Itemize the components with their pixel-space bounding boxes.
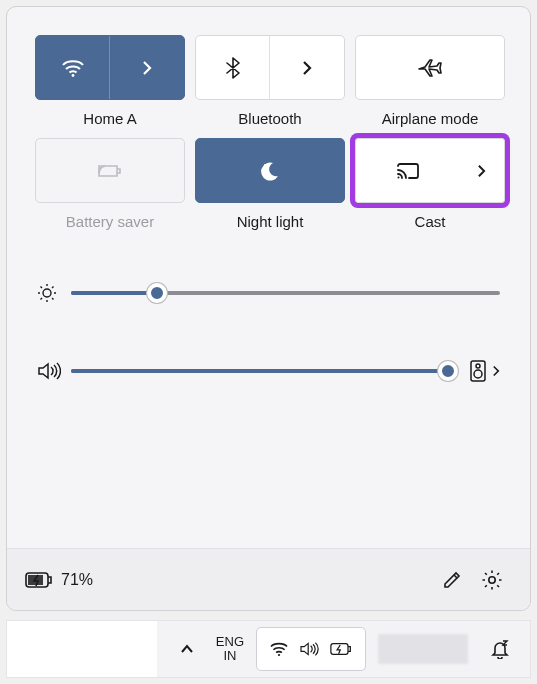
tray-blurred-area	[368, 627, 478, 671]
battery-icon	[329, 642, 353, 656]
audio-expand[interactable]	[492, 365, 500, 377]
wifi-label: Home A	[35, 104, 185, 127]
lang-line1: ENG	[216, 635, 244, 649]
wifi-expand[interactable]	[110, 36, 184, 99]
airplane-label: Airplane mode	[355, 104, 505, 127]
pencil-icon	[442, 570, 462, 590]
edit-button[interactable]	[432, 560, 472, 600]
wifi-tile[interactable]	[35, 35, 185, 100]
battery-percent-text: 71%	[61, 571, 93, 589]
chevron-right-icon	[302, 60, 312, 76]
wifi-toggle[interactable]	[36, 36, 110, 99]
volume-icon	[299, 641, 319, 657]
svg-point-3	[397, 176, 399, 178]
gear-icon	[481, 569, 503, 591]
night-light-icon	[259, 160, 281, 182]
bluetooth-expand[interactable]	[270, 36, 344, 99]
slider-thumb[interactable]	[438, 361, 458, 381]
bell-snooze-icon	[490, 639, 510, 659]
svg-point-1	[264, 164, 266, 166]
audio-output-button[interactable]	[470, 360, 486, 382]
slider-fill	[71, 369, 448, 373]
svg-point-2	[261, 169, 263, 171]
settings-button[interactable]	[472, 560, 512, 600]
taskbar: ENG IN	[6, 620, 531, 678]
speaker-device-icon	[470, 360, 486, 382]
slider-thumb[interactable]	[147, 283, 167, 303]
bluetooth-tile[interactable]	[195, 35, 345, 100]
wifi-icon	[61, 58, 85, 78]
sliders-section	[7, 237, 530, 401]
brightness-slider[interactable]	[71, 283, 500, 303]
cast-icon	[396, 162, 420, 180]
svg-point-11	[489, 576, 495, 582]
cast-expand[interactable]	[460, 139, 504, 202]
battery-charging-icon	[25, 571, 53, 589]
battery-saver-tile	[35, 138, 185, 203]
chevron-right-icon	[142, 60, 152, 76]
brightness-row	[37, 263, 500, 323]
svg-point-4	[43, 289, 51, 297]
chevron-up-icon	[180, 644, 194, 654]
chevron-right-icon	[477, 164, 486, 178]
airplane-icon	[417, 57, 443, 79]
chevron-right-icon	[492, 365, 500, 377]
volume-icon	[37, 361, 61, 381]
lang-line2: IN	[223, 649, 236, 663]
battery-status[interactable]: 71%	[25, 571, 93, 589]
wifi-icon	[269, 641, 289, 657]
battery-saver-label: Battery saver	[35, 207, 185, 230]
cast-label: Cast	[355, 207, 505, 230]
language-indicator[interactable]: ENG IN	[206, 627, 254, 671]
svg-point-6	[476, 364, 480, 368]
network-volume-tray[interactable]	[256, 627, 366, 671]
tray-overflow-button[interactable]	[170, 627, 204, 671]
svg-point-7	[474, 370, 482, 378]
svg-rect-10	[28, 575, 43, 585]
quick-tiles-grid: Home A Bluetooth Airplane mode	[7, 7, 530, 237]
cast-tile[interactable]	[355, 138, 505, 203]
volume-row	[37, 341, 500, 401]
night-light-tile[interactable]	[195, 138, 345, 203]
night-light-label: Night light	[195, 207, 345, 230]
quick-settings-panel: Home A Bluetooth Airplane mode	[6, 6, 531, 611]
system-tray: ENG IN	[170, 627, 530, 671]
cast-toggle[interactable]	[356, 139, 460, 202]
svg-point-12	[278, 654, 280, 656]
volume-slider[interactable]	[71, 361, 456, 381]
notifications-button[interactable]	[480, 627, 520, 671]
slider-fill	[71, 291, 157, 295]
taskbar-left-block	[7, 621, 157, 677]
brightness-icon	[37, 283, 57, 303]
bluetooth-label: Bluetooth	[195, 104, 345, 127]
bluetooth-icon	[226, 57, 240, 79]
airplane-mode-tile[interactable]	[355, 35, 505, 100]
svg-point-0	[71, 74, 74, 77]
battery-saver-icon	[95, 161, 125, 181]
bluetooth-toggle[interactable]	[196, 36, 270, 99]
panel-footer: 71%	[7, 548, 530, 610]
